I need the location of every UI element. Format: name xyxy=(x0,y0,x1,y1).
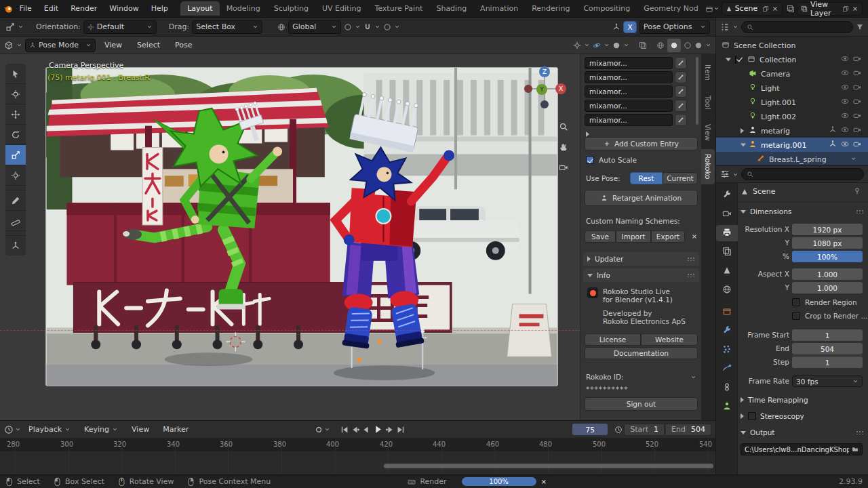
eye-icon[interactable] xyxy=(841,54,849,62)
viewport-menu-pose[interactable]: Pose xyxy=(169,37,198,54)
transform-orientation-icon[interactable] xyxy=(277,23,285,31)
retarget-animation-button[interactable]: Retarget Animation xyxy=(585,190,698,206)
tool-pose-breakdowner-button[interactable] xyxy=(5,236,26,256)
workspace-tab-shading[interactable]: Shading xyxy=(429,1,473,16)
render-region-checkbox[interactable] xyxy=(792,298,800,306)
outliner-row-light[interactable]: Light xyxy=(716,81,868,95)
auto-keying-icon[interactable] xyxy=(315,426,323,434)
remove-view-layer-icon[interactable] xyxy=(852,5,859,12)
render-camera-icon[interactable] xyxy=(853,54,861,62)
documentation-button[interactable]: Documentation xyxy=(585,347,698,359)
mirror-x-toggle[interactable]: X xyxy=(623,21,637,33)
delete-scene-icon[interactable] xyxy=(772,5,778,12)
use-preview-range-icon[interactable] xyxy=(614,426,623,434)
render-camera-icon[interactable] xyxy=(853,97,861,105)
stereoscopy-checkbox[interactable] xyxy=(748,412,756,420)
particles-tab-icon[interactable] xyxy=(722,344,732,356)
menu-render[interactable]: Render xyxy=(64,0,103,17)
new-scene-icon[interactable] xyxy=(762,5,769,12)
bone-list-scrollbar[interactable] xyxy=(696,57,698,125)
timeline-editor-icon[interactable] xyxy=(4,425,14,434)
modifiers-tab-icon[interactable] xyxy=(722,325,732,337)
workspace-tab-compositing[interactable]: Compositing xyxy=(576,1,637,16)
sidebar-tab-item[interactable]: Item xyxy=(701,60,715,85)
transform-orientation-dropdown[interactable]: Global xyxy=(288,20,341,34)
properties-search-input[interactable] xyxy=(741,168,864,180)
timeline-menu-marker[interactable]: Marker xyxy=(157,421,195,438)
panel-grip-icon[interactable] xyxy=(687,273,695,277)
output-path-field[interactable]: C:\Users\clw8...nDancingKShop xyxy=(741,443,863,455)
constraints-tab-icon[interactable] xyxy=(722,382,732,394)
timeline-track-area[interactable] xyxy=(0,451,716,474)
timeline-menu-view[interactable]: View xyxy=(125,421,155,438)
viewport-menu-select[interactable]: Select xyxy=(131,37,166,54)
outliner-row-light-001[interactable]: Light.001 xyxy=(716,95,868,109)
tool-cursor-button[interactable] xyxy=(5,84,26,104)
outliner-row-metarig-001[interactable]: metarig.001 xyxy=(716,138,868,152)
current-frame-field[interactable]: 75 xyxy=(572,424,608,435)
timeline-scrollbar[interactable] xyxy=(384,464,713,468)
orientation-dropdown[interactable]: Default xyxy=(83,20,157,34)
object-tab-icon[interactable] xyxy=(722,306,732,318)
expanded-arrow[interactable] xyxy=(741,143,746,146)
bone-list-item[interactable]: mixamor... xyxy=(585,57,687,69)
blender-logo-icon[interactable] xyxy=(3,4,13,14)
workspace-tab-texture-paint[interactable]: Texture Paint xyxy=(368,1,429,16)
website-button[interactable]: Website xyxy=(641,333,698,346)
menu-window[interactable]: Window xyxy=(103,0,144,17)
workspace-tab-geometry-nodes[interactable]: Geometry Nod xyxy=(637,1,705,16)
snap-magnet-icon[interactable] xyxy=(363,23,372,31)
tool-move-button[interactable] xyxy=(5,104,26,124)
pose-options-dropdown[interactable]: Pose Options xyxy=(639,20,710,34)
outliner-row-scene-collection[interactable]: Scene Collection xyxy=(716,38,868,52)
auto-scale-row[interactable]: Auto Scale xyxy=(586,156,637,164)
scene-browse-icon[interactable] xyxy=(705,5,713,13)
use-pose-current-button[interactable]: Current xyxy=(663,172,698,184)
active-tool-icon[interactable] xyxy=(5,22,15,32)
collection-checkbox[interactable] xyxy=(735,54,736,64)
physics-tab-icon[interactable] xyxy=(722,363,732,375)
editor-type-icon[interactable] xyxy=(4,41,14,50)
play-icon[interactable] xyxy=(372,424,384,435)
workspace-tab-animation[interactable]: Animation xyxy=(473,1,525,16)
play-reverse-icon[interactable] xyxy=(361,425,371,434)
transform-pivot-icon[interactable] xyxy=(344,23,352,31)
output-tab-icon[interactable] xyxy=(722,228,732,239)
frame-start-field[interactable]: 1 xyxy=(792,329,863,341)
workspace-tab-uv-editing[interactable]: UV Editing xyxy=(315,1,368,16)
resolution-y-field[interactable]: 1080 px xyxy=(792,237,863,249)
pan-hand-icon[interactable] xyxy=(559,142,568,154)
object-data-tab-icon[interactable] xyxy=(722,401,732,413)
workspace-tab-modeling[interactable]: Modeling xyxy=(220,1,267,16)
add-custom-entry-button[interactable]: Add Custom Entry xyxy=(585,137,698,150)
sign-out-button[interactable]: Sign out xyxy=(585,397,698,411)
rokoko-id-value[interactable]: ********** xyxy=(586,385,629,393)
bone-list-item[interactable]: mixamor... xyxy=(585,100,687,112)
resolution-pct-slider[interactable]: 100% xyxy=(792,251,863,262)
view-layer-tab-icon[interactable] xyxy=(722,247,732,258)
frame-end-button[interactable]: End504 xyxy=(666,424,711,436)
drag-dropdown[interactable]: Select Box xyxy=(192,20,262,34)
breadcrumb-scene[interactable]: Scene xyxy=(753,187,776,196)
timeline-ruler[interactable]: 280 300 320 340 360 380 400 420 440 460 … xyxy=(0,438,716,451)
naming-import-button[interactable]: Import xyxy=(616,230,651,243)
render-camera-icon[interactable] xyxy=(853,125,861,134)
license-button[interactable]: License xyxy=(585,333,641,346)
rokoko-id-collapse-icon[interactable] xyxy=(690,374,696,380)
overlays-icon[interactable] xyxy=(612,41,620,49)
tool-measure-button[interactable] xyxy=(5,211,26,230)
tool-select-box-button[interactable] xyxy=(5,64,26,83)
next-keyframe-icon[interactable] xyxy=(385,425,395,434)
pin-icon[interactable] xyxy=(853,187,861,197)
outliner-row-camera[interactable]: Camera xyxy=(716,66,868,81)
prev-keyframe-icon[interactable] xyxy=(351,425,360,434)
output-panel-header[interactable]: Output xyxy=(741,428,864,436)
aspect-y-field[interactable]: 1.000 xyxy=(792,282,863,293)
collapsed-arrow[interactable] xyxy=(741,128,744,134)
resolution-x-field[interactable]: 1920 px xyxy=(792,224,863,235)
eye-icon[interactable] xyxy=(841,125,849,134)
folder-icon[interactable] xyxy=(852,446,859,453)
view-layer-selector[interactable]: View Layer xyxy=(797,2,863,16)
viewport-menu-view[interactable]: View xyxy=(98,37,128,54)
sidebar-tab-tool[interactable]: Tool xyxy=(701,91,715,114)
